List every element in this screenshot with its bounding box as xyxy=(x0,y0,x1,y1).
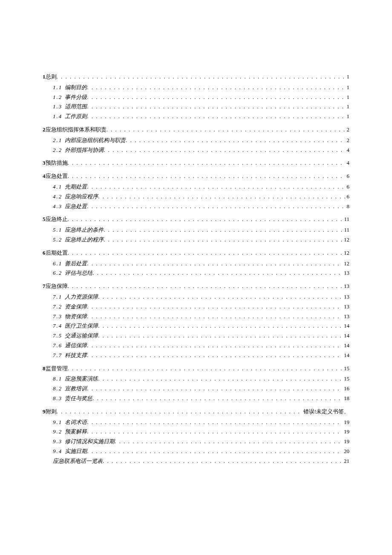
toc-leader-dots xyxy=(107,125,345,134)
toc-entry-page: 12 xyxy=(342,235,349,244)
toc-entry-page: 13 xyxy=(342,312,349,321)
toc-entry-title: 后期处置 xyxy=(46,249,68,258)
toc-leader-dots xyxy=(98,331,342,340)
toc-entry-page: 1 xyxy=(345,93,350,102)
toc-entry-page: 2 xyxy=(345,136,350,145)
toc-entry: 7.1人力资源保障13 xyxy=(53,293,349,302)
toc-entry-page: 4 xyxy=(345,159,350,168)
toc-entry-title: 通信保障 xyxy=(65,341,87,350)
toc-leader-dots xyxy=(87,341,342,350)
toc-entry-number: 4.2 xyxy=(53,192,62,201)
toc-entry-page: 6 xyxy=(345,172,350,181)
toc-entry-page: 1 xyxy=(345,102,350,111)
toc-entry-page: 15 xyxy=(342,364,349,373)
toc-entry-title: 善后处置 xyxy=(65,259,87,268)
toc-entry-title: 内部应急组织机构与职责 xyxy=(65,136,126,145)
toc-leader-dots xyxy=(68,282,343,291)
toc-entry: 8.2宣教培训16 xyxy=(53,384,349,393)
toc-entry-number: 7.6 xyxy=(53,341,62,350)
toc-entry-number: 7.3 xyxy=(53,312,62,321)
toc-entry-title: 应急处置 xyxy=(65,202,87,211)
toc-entry: 9附则错误!未定义书签。 xyxy=(43,407,349,416)
toc-leader-dots xyxy=(98,293,342,302)
toc-entry-number: 4.3 xyxy=(53,202,62,211)
toc-leader-dots xyxy=(87,418,342,427)
toc-entry: 4.3应急处置8 xyxy=(53,202,349,211)
toc-entry-title: 评估与总结 xyxy=(65,269,92,278)
toc-leader-dots xyxy=(104,235,342,244)
toc-entry: 9.2预案解释19 xyxy=(53,427,349,436)
toc-entry-number: 2.2 xyxy=(53,146,62,155)
toc-leader-dots xyxy=(57,73,345,81)
toc-leader-dots xyxy=(87,202,345,211)
toc-entry-number: 7.4 xyxy=(53,322,62,331)
toc-entry-title: 应急响应程序 xyxy=(65,192,98,201)
toc-entry-title: 监督管理 xyxy=(46,364,68,373)
toc-leader-dots xyxy=(126,136,345,145)
toc-entry-page: 2 xyxy=(345,125,350,134)
toc-entry: 2.2外部指挥与协调4 xyxy=(53,146,349,155)
toc-entry-title: 人力资源保障 xyxy=(65,293,98,302)
toc-entry-page: 11 xyxy=(342,215,349,224)
toc-entry-title: 科技支撑 xyxy=(65,351,87,360)
toc-entry-title: 工作原则 xyxy=(65,112,87,121)
toc-leader-dots xyxy=(87,102,345,111)
toc-entry-title: 预案解释 xyxy=(65,427,87,436)
toc-entry-number: 2.1 xyxy=(53,136,62,145)
toc-entry: 1.4工作原则1 xyxy=(53,112,349,121)
toc-entry-number: 9.2 xyxy=(53,427,62,436)
toc-entry-number: 1.2 xyxy=(53,93,62,102)
toc-entry-title: 应急保障 xyxy=(46,282,68,291)
toc-leader-dots xyxy=(87,427,342,436)
toc-entry: 9.3修订情况和实施日期19 xyxy=(53,437,349,446)
toc-entry-title: 事件分级 xyxy=(65,93,87,102)
toc-entry: 1.3适用范围1 xyxy=(53,102,349,111)
toc-entry: 2.1内部应急组织机构与职责2 xyxy=(53,136,349,145)
toc-entry: 5应急终止11 xyxy=(43,215,349,224)
toc-leader-dots xyxy=(87,351,342,360)
toc-entry: 7.6通信保障14 xyxy=(53,341,349,350)
toc-entry: 8.1应急预案演练15 xyxy=(53,375,349,384)
toc-entry-number: 8.2 xyxy=(53,384,62,393)
toc-entry-page: 12 xyxy=(342,249,349,258)
toc-entry-number: 1.4 xyxy=(53,112,62,121)
toc-leader-dots xyxy=(87,259,342,268)
toc-entry: 7应急保障13 xyxy=(43,282,349,291)
toc-page: 1总则11.1编制目的11.2事件分级11.3适用范围11.4工作原则12应急组… xyxy=(0,0,392,500)
toc-leader-dots xyxy=(57,407,302,416)
toc-entry-title: 应急组织指挥体系和职责 xyxy=(46,125,107,134)
toc-entry-title: 名词术语 xyxy=(65,418,87,427)
toc-entry-number: 7.1 xyxy=(53,293,62,302)
toc-entry-page: 20 xyxy=(342,447,349,456)
toc-leader-dots xyxy=(103,457,342,466)
toc-entry: 7.3物资保障13 xyxy=(53,312,349,321)
toc-entry-number: 7.5 xyxy=(53,331,62,340)
toc-entry-title: 先期处置 xyxy=(65,183,87,192)
toc-leader-dots xyxy=(92,394,342,403)
toc-entry-title: 总则 xyxy=(46,73,57,81)
toc-entry: 6.2评估与总结13 xyxy=(53,269,349,278)
toc-entry-page: 11 xyxy=(342,226,349,235)
toc-entry-title: 责任与奖惩 xyxy=(65,394,92,403)
toc-entry: 4应急处置6 xyxy=(43,172,349,181)
toc-leader-dots xyxy=(87,183,345,192)
toc-entry: 1.2事件分级1 xyxy=(53,93,349,102)
toc-entry-number: 8.3 xyxy=(53,394,62,403)
toc-entry: 9.4实施日期20 xyxy=(53,447,349,456)
toc-entry-title: 医疗卫生保障 xyxy=(65,322,98,331)
toc-entry-title: 应急终止的程序 xyxy=(65,235,104,244)
toc-leader-dots xyxy=(87,384,342,393)
toc-entry-page: 12 xyxy=(342,259,349,268)
toc-entry-page: 6 xyxy=(345,192,350,201)
toc-entry: 6.1善后处置12 xyxy=(53,259,349,268)
toc-entry-page: 6 xyxy=(345,183,350,192)
toc-entry: 2应急组织指挥体系和职责2 xyxy=(43,125,349,134)
table-of-contents: 1总则11.1编制目的11.2事件分级11.3适用范围11.4工作原则12应急组… xyxy=(43,73,349,465)
toc-entry-title: 应急联系电话一览表 xyxy=(53,457,103,466)
toc-entry-title: 物资保障 xyxy=(65,312,87,321)
toc-entry: 7.4医疗卫生保障14 xyxy=(53,322,349,331)
toc-entry-number: 4.1 xyxy=(53,183,62,192)
toc-entry: 7.7科技支撑14 xyxy=(53,351,349,360)
toc-leader-dots xyxy=(68,249,343,258)
toc-leader-dots xyxy=(104,226,342,235)
